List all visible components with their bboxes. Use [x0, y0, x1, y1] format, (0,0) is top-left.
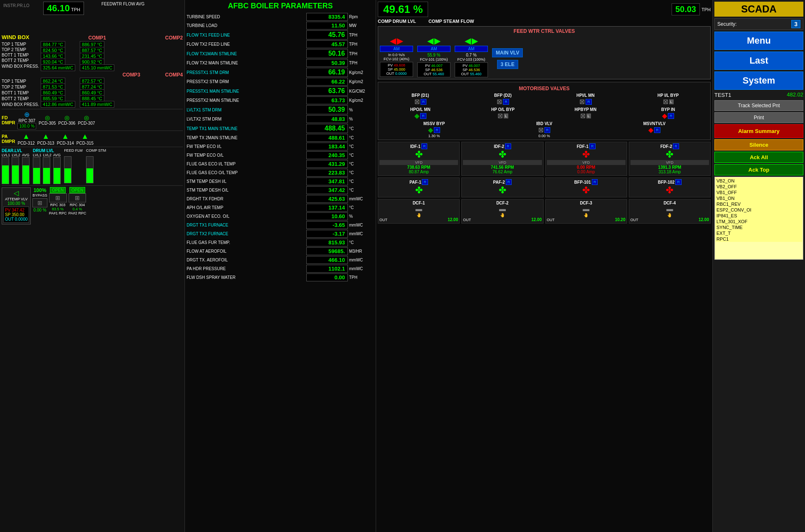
- params-row-11[interactable]: LVLTX2 STM DRM48.83%: [187, 115, 374, 123]
- motor-hp-ol-byp[interactable]: HP O/L BYP ⊠ L: [463, 107, 544, 120]
- alarm-item-0[interactable]: VB2_ON: [716, 178, 802, 184]
- alarm-item-6[interactable]: IP841_ES: [716, 213, 802, 219]
- alarm-item-2[interactable]: VB1_OFF: [716, 190, 802, 195]
- params-unit-29: TPH: [349, 275, 374, 280]
- params-row-5[interactable]: FLOW TX2 MAIN STMLINE50.39TPH: [187, 59, 374, 67]
- system-button[interactable]: System: [714, 71, 803, 90]
- params-value-16: 431.29: [306, 160, 348, 168]
- paf2-fan[interactable]: PAF-2 R ✤: [461, 177, 543, 197]
- params-row-3[interactable]: FLOW TX2 FEED LINE45.57TPH: [187, 40, 374, 48]
- bfp102-fan[interactable]: BFP-102 R ✤: [629, 177, 711, 197]
- params-name-19: STM TEMP DESH O/L: [187, 188, 306, 192]
- params-row-28[interactable]: PA HDR PRESSURE1102.1mmWC: [187, 265, 374, 273]
- params-row-27[interactable]: DRGT TX. AEROFOIL466.10mmWC: [187, 256, 374, 264]
- pcd315[interactable]: ▲ PCD-315: [76, 132, 94, 145]
- alarm-item-1[interactable]: VB2_OFF: [716, 184, 802, 190]
- params-row-6[interactable]: PRESSTX1 STM DRM66.19Kg/cm2: [187, 68, 374, 77]
- pcd312[interactable]: ▲ PCD-312: [17, 132, 34, 145]
- motor-hpbyp-mn[interactable]: HPBYP MN ⊠ L: [545, 107, 626, 120]
- params-row-12[interactable]: TEMP TX1 MAIN STMLINE488.45°C: [187, 124, 374, 133]
- silence-button[interactable]: Silence: [714, 139, 803, 150]
- rpc307-damper[interactable]: ⊕ RPC 307 100.0 %: [17, 111, 36, 129]
- params-row-14[interactable]: FW TEMP ECO I/L183.44°C: [187, 143, 374, 150]
- params-row-19[interactable]: STM TEMP DESH O/L347.42°C: [187, 186, 374, 194]
- params-row-15[interactable]: FW TEMP ECO O/L240.35°C: [187, 151, 374, 159]
- pcd305[interactable]: ◎ PCD-305: [39, 114, 56, 126]
- params-row-24[interactable]: DRGT TX2 FURNACE-3.17mmWC: [187, 230, 374, 238]
- params-value-24: -3.17: [306, 230, 348, 238]
- motor-mssv-byp[interactable]: MSSV BYP ◆ R 1.30 %: [380, 121, 488, 138]
- pcd306[interactable]: ◎ PCD-306: [58, 114, 75, 126]
- open2-valve[interactable]: ⊞: [69, 193, 86, 202]
- params-value-11: 48.83: [306, 115, 348, 123]
- params-name-15: FW TEMP ECO O/L: [187, 153, 306, 158]
- params-row-13[interactable]: TEMP TX 2MAIN STMLINE488.61°C: [187, 134, 374, 142]
- pcd314[interactable]: ▲ PCD-314: [57, 132, 74, 145]
- alarm-item-7[interactable]: LTM_301_XOF: [716, 219, 802, 224]
- params-row-17[interactable]: FLUE GAS ECO O/L TEMP223.83°C: [187, 169, 374, 177]
- motor-byp-in[interactable]: BYP IN ◆ R: [628, 107, 709, 120]
- params-row-20[interactable]: DRGHT TX FDHDR425.63mmWC: [187, 195, 374, 203]
- bypass-valve[interactable]: ⊞: [32, 198, 47, 207]
- paf1-fan[interactable]: PAF-1 R ✤: [378, 177, 460, 197]
- alarm-summary-button[interactable]: Alarm Summary: [714, 124, 803, 138]
- fdf1-fan[interactable]: FDF-1 R ✤ VFD 0.00 RPM 0.00 Amp: [545, 142, 627, 176]
- pcd313[interactable]: ▲ PCD-313: [37, 132, 54, 145]
- ack-top-button[interactable]: Ack Top: [714, 164, 803, 175]
- params-name-8: PRESSTX1 MAIN STMLINE: [187, 89, 306, 94]
- main-vlv-button[interactable]: MAIN VLV: [492, 48, 523, 57]
- params-row-16[interactable]: FLUE GAS ECO I/L TEMP431.29°C: [187, 160, 374, 168]
- big-tph-value: 50.03: [672, 3, 700, 15]
- dcf2-item[interactable]: DCF-2 ▬ 🤚 OUT 12.00: [461, 199, 543, 224]
- motor-hpo-l-mn[interactable]: HPO/L MN ◆ R: [380, 107, 461, 120]
- motor-msvntvlv[interactable]: MSVNTVLV ◆ R: [600, 121, 709, 138]
- motor-ibd-vlv[interactable]: IBD VLV ⊠ R 0.00 %: [490, 121, 598, 138]
- bott1-label: BOTT 1 TEMP: [2, 53, 37, 57]
- params-row-23[interactable]: DRGT TX1 FURNACE-3.65mmWC: [187, 221, 374, 229]
- menu-button[interactable]: Menu: [714, 32, 803, 50]
- alarm-item-9[interactable]: EXT_T: [716, 230, 802, 236]
- print-button[interactable]: Print: [714, 112, 803, 123]
- params-row-25[interactable]: FLUE GAS FUR TEMP.815.93°C: [187, 239, 374, 246]
- params-row-0[interactable]: TURBINE SPEED8335.4Rpm: [187, 13, 374, 21]
- motor-hp-il-byp[interactable]: HP I/L BYP ⊠ L: [628, 93, 709, 106]
- attemp-vlv[interactable]: ◁ ATTEMP VLV 100.00 % PV 347.42 SP 350.0…: [2, 187, 31, 224]
- dcf4-item[interactable]: DCF-4 ▬ 🤚 OUT 12.00: [629, 199, 711, 224]
- params-row-4[interactable]: FLOW TX1MAIN STMLINE50.16TPH: [187, 49, 374, 58]
- params-row-2[interactable]: FLOW TX1 FEED LINE45.76TPH: [187, 30, 374, 39]
- params-row-10[interactable]: LVLTX1 STM DRM50.39%: [187, 105, 374, 114]
- params-row-22[interactable]: OXYGEN AT ECO. O/L10.60%: [187, 212, 374, 220]
- idf2-fan[interactable]: IDF-2 R ✤ VFD 741.56 RPM 76.62 Amp: [461, 142, 543, 176]
- params-name-5: FLOW TX2 MAIN STMLINE: [187, 61, 306, 65]
- alarm-item-8[interactable]: SYNC_TIME: [716, 224, 802, 230]
- params-row-26[interactable]: FLOW AT AEROFOIL59685.M3/HR: [187, 247, 374, 255]
- bypass-section: 100% BYPASS ⊞ 0.00 %: [32, 187, 47, 212]
- ack-all-button[interactable]: Ack All: [714, 152, 803, 163]
- params-row-18[interactable]: STM TEMP DESH I/L347.81°C: [187, 177, 374, 185]
- alarm-item-5[interactable]: ESP2_CONV_OI: [716, 207, 802, 213]
- bfp101-fan[interactable]: BFP-101 R ✤: [545, 177, 627, 197]
- params-row-21[interactable]: APH O/L AIR TEMP137.14°C: [187, 204, 374, 212]
- dcf1-item[interactable]: DCF-1 ▬ 🤚 OUT 12.00: [378, 199, 460, 224]
- motor-bfp-d1[interactable]: BFP (D1) ⊠ R: [380, 93, 461, 106]
- params-row-8[interactable]: PRESSTX1 MAIN STMLINE63.76KG/CM2: [187, 86, 374, 96]
- last-button[interactable]: Last: [714, 52, 803, 70]
- params-row-7[interactable]: PRESSTX2 STM DRM66.22Kg/cm2: [187, 78, 374, 86]
- dcf3-item[interactable]: DCF-3 ▬ 🤚 OUT 10.20: [545, 199, 627, 224]
- idf1-fan[interactable]: IDF-1 R ✤ VFD 738.63 RPM 80.87 Amp: [378, 142, 460, 176]
- fdf2-fan[interactable]: FDF-2 R ✤ VFD 1391.3 RPM 313.18 Amp: [629, 142, 711, 176]
- pcd307[interactable]: ◎ PCD-307: [78, 114, 95, 126]
- params-row-9[interactable]: PRESSTX2 MAIN STMLINE63.73Kg/cm2: [187, 96, 374, 104]
- alarm-item-3[interactable]: VB1_ON: [716, 195, 802, 201]
- params-row-1[interactable]: TURBINE LOAD11.50MW: [187, 22, 374, 30]
- three-ele-button[interactable]: 3 ELE: [497, 60, 518, 69]
- params-unit-3: TPH: [349, 42, 374, 47]
- motor-bfp-d2[interactable]: BFP (D2) ⊠ R: [463, 93, 544, 106]
- alarm-item-10[interactable]: RPC1: [716, 236, 802, 242]
- params-row-29[interactable]: FLW DSH SPRAY WATER0.00TPH: [187, 273, 374, 281]
- open1-valve[interactable]: ⊞: [49, 193, 67, 202]
- alarm-item-4[interactable]: RBC1_REV: [716, 201, 802, 207]
- params-value-21: 137.14: [306, 204, 348, 212]
- track-button[interactable]: Track Selected Pnt: [714, 100, 803, 111]
- motor-hpi-l-mn[interactable]: HPI/L MN ⊠ R: [545, 93, 626, 106]
